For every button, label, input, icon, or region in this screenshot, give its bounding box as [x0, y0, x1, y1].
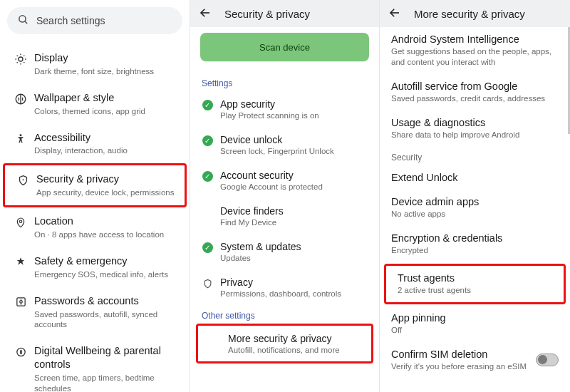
settings-root-pane: DisplayDark theme, font size, brightness… [0, 0, 190, 392]
row-sub: Google Account is protected [220, 182, 323, 191]
more-row-usage-diagnostics[interactable]: Usage & diagnosticsShare data to help im… [380, 110, 570, 147]
security-row-device-finders[interactable]: Device findersFind My Device [190, 198, 379, 234]
row-label: App pinning [391, 312, 559, 324]
row-sub: Get suggestions based on the people, app… [391, 46, 559, 68]
row-sub: Screen lock, Fingerprint Unlock [220, 147, 334, 155]
svg-point-6 [19, 220, 21, 222]
back-icon[interactable] [388, 6, 401, 21]
row-sub: Encrypted [391, 245, 559, 256]
row-label: Android System Intelligence [391, 33, 559, 45]
settings-item-icon [11, 216, 30, 229]
svg-line-1 [25, 21, 27, 24]
settings-item-icon [11, 133, 30, 145]
scan-device-label: Scan device [259, 42, 310, 53]
svg-point-0 [19, 16, 26, 22]
more-security-label: More security & privacy [228, 333, 340, 344]
row-label: App security [220, 98, 319, 110]
svg-point-2 [19, 57, 23, 61]
search-settings-bar[interactable] [7, 7, 182, 34]
settings-item-icon [14, 174, 32, 187]
settings-item-sub: Dark theme, font size, brightness [34, 66, 154, 77]
settings-item-sub: Display, interaction, audio [34, 145, 128, 156]
settings-item-passwords-accounts[interactable]: Passwords & accountsSaved passwords, aut… [3, 287, 187, 338]
settings-item-icon [11, 93, 30, 105]
row-sub: Play Protect scanning is on [220, 111, 319, 120]
section-label-other: Other settings [190, 305, 379, 324]
row-label: Account security [220, 170, 323, 181]
security-row-device-admin-apps[interactable]: Device admin appsNo active apps [380, 190, 570, 226]
security-row-extend-unlock[interactable]: Extend Unlock [380, 165, 570, 190]
more-security-pane: More security & privacy Android System I… [379, 0, 570, 392]
row-label: Extend Unlock [391, 172, 559, 183]
row-label: System & updates [220, 241, 301, 252]
row-sub: Find My Device [220, 218, 284, 227]
settings-item-digital-wellbeing-parental-controls[interactable]: Digital Wellbeing & parental controlsScr… [3, 337, 187, 392]
row-sub: Saved passwords, credit cards, addresses [391, 93, 559, 104]
row-label: Confirm SIM deletion [391, 349, 527, 360]
security-row-confirm-sim-deletion[interactable]: Confirm SIM deletionVerify it's you befo… [380, 342, 570, 378]
shield-icon [202, 278, 213, 289]
section-label-settings: Settings [190, 73, 379, 91]
settings-item-label: Security & privacy [36, 172, 174, 186]
svg-point-9 [16, 349, 24, 356]
settings-item-location[interactable]: LocationOn · 8 apps have access to locat… [3, 207, 187, 247]
settings-item-label: Wallpaper & style [34, 91, 145, 105]
search-input[interactable] [36, 15, 172, 26]
status-ok-icon: ✓ [202, 171, 213, 182]
row-sub: Off [391, 325, 559, 336]
security-row-account-security[interactable]: ✓Account securityGoogle Account is prote… [190, 163, 379, 198]
settings-item-label: Digital Wellbeing & parental controls [34, 344, 178, 371]
security-row-encryption-credentials[interactable]: Encryption & credentialsEncrypted [380, 226, 570, 262]
more-row-autofill-service-from-google[interactable]: Autofill service from GoogleSaved passwo… [380, 74, 570, 110]
row-sub: No active apps [391, 209, 559, 220]
settings-item-label: Location [34, 215, 164, 228]
row-label: Device finders [220, 205, 284, 217]
settings-item-security-privacy[interactable]: Security & privacyApp security, device l… [3, 163, 187, 207]
scan-device-button[interactable]: Scan device [200, 33, 369, 61]
right-title: More security & privacy [414, 8, 525, 20]
settings-item-icon [11, 53, 30, 66]
row-label: Privacy [220, 277, 341, 288]
more-row-android-system-intelligence[interactable]: Android System IntelligenceGet suggestio… [380, 27, 570, 74]
row-label: Trust agents [398, 272, 552, 284]
status-ok-icon: ✓ [202, 242, 213, 253]
security-row-trust-agents[interactable]: Trust agents2 active trust agents [384, 264, 566, 304]
security-row-system-updates[interactable]: ✓System & updatesUpdates [190, 234, 379, 269]
more-security-sub: Autofill, notifications, and more [228, 346, 340, 354]
settings-item-sub: Screen time, app timers, bedtime schedul… [34, 373, 178, 392]
settings-item-safety-emergency[interactable]: Safety & emergencyEmergency SOS, medical… [3, 247, 187, 287]
back-icon[interactable] [199, 6, 212, 21]
settings-item-label: Accessibility [34, 131, 128, 145]
row-label: Device unlock [220, 134, 334, 145]
mid-app-bar: Security & privacy [190, 0, 379, 27]
settings-item-icon [11, 296, 30, 308]
more-security-privacy-row[interactable]: More security & privacy Autofill, notifi… [196, 324, 373, 363]
settings-item-sub: Saved passwords, autofill, synced accoun… [34, 309, 178, 331]
settings-item-display[interactable]: DisplayDark theme, font size, brightness [3, 44, 187, 84]
security-row-app-pinning[interactable]: App pinningOff [380, 306, 570, 342]
status-ok-icon: ✓ [202, 135, 213, 146]
row-sub: 2 active trust agents [398, 285, 552, 296]
security-row-device-unlock[interactable]: ✓Device unlockScreen lock, Fingerprint U… [190, 127, 379, 163]
security-row-app-security[interactable]: ✓App securityPlay Protect scanning is on [190, 91, 379, 127]
row-label: Encryption & credentials [391, 232, 559, 244]
settings-item-accessibility[interactable]: AccessibilityDisplay, interaction, audio [3, 124, 187, 164]
settings-item-wallpaper-style[interactable]: Wallpaper & styleColors, themed icons, a… [3, 84, 187, 124]
row-label: Autofill service from Google [391, 81, 559, 92]
status-ok-icon: ✓ [202, 100, 213, 110]
row-sub: Updates [220, 254, 301, 262]
right-app-bar: More security & privacy [380, 0, 570, 27]
settings-item-label: Passwords & accounts [34, 294, 178, 308]
search-icon [17, 14, 36, 28]
row-sub: Verify it's you before erasing an eSIM [391, 361, 527, 372]
section-label-security: Security [380, 147, 570, 165]
row-sub: Share data to help improve Android [391, 130, 559, 140]
settings-item-sub: App security, device lock, permissions [36, 187, 174, 198]
security-row-privacy[interactable]: PrivacyPermissions, dashboard, controls [190, 269, 379, 305]
settings-item-label: Display [34, 51, 154, 65]
confirm-sim-toggle[interactable] [536, 354, 559, 366]
settings-item-sub: Emergency SOS, medical info, alerts [34, 269, 168, 280]
settings-item-label: Safety & emergency [34, 254, 168, 268]
svg-point-8 [19, 300, 22, 303]
settings-item-icon [11, 256, 30, 269]
